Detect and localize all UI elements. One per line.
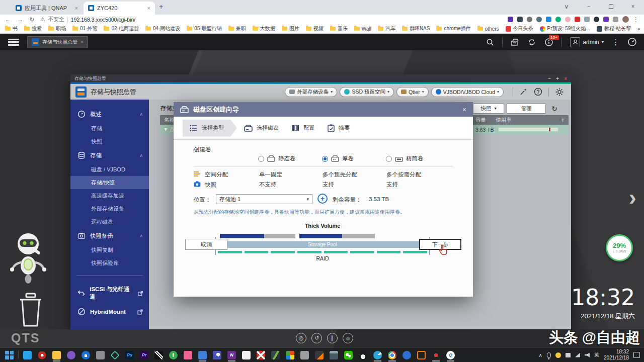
bookmark-item[interactable]: 04-网站建设 (145, 25, 180, 32)
tray-volume-icon[interactable] (585, 353, 590, 357)
extension-icon-7[interactable] (565, 17, 571, 22)
refresh-icon[interactable]: ↻ (551, 105, 557, 113)
taskbar-diamond-app-icon[interactable] (108, 348, 122, 362)
taskbar-move-tool-icon[interactable] (239, 348, 254, 362)
extension-icon-6[interactable] (555, 17, 561, 22)
browser-menu-chevron-icon[interactable]: ∨ (555, 3, 578, 10)
background-tasks-icon[interactable] (511, 38, 519, 46)
column-name[interactable]: 名称 (164, 117, 175, 124)
resource-monitor-gauge-icon[interactable] (627, 37, 637, 47)
vjbod-button[interactable]: VJBOD/VJBOD Cloud▾ (431, 87, 504, 97)
extension-icon-8[interactable] (575, 17, 580, 22)
more-options-kebab-icon[interactable]: ⋮ (612, 38, 619, 46)
taskbar-idm-icon[interactable] (166, 348, 181, 362)
dialog-close-icon[interactable]: × (462, 106, 466, 114)
bookmark-item[interactable]: 教程·站长帮 (597, 25, 631, 32)
dock-share-icon[interactable]: ◎ (296, 333, 306, 343)
chevron-up-icon[interactable]: ∧ (139, 233, 143, 238)
qtier-button[interactable]: Qtier▾ (396, 87, 429, 97)
taskbar-orange-outline-app-icon[interactable] (414, 348, 429, 362)
radio-selected-icon[interactable] (322, 156, 328, 162)
browser-tab-qnap[interactable]: 应用工具 | QNAP × (11, 2, 83, 15)
tray-expand-icon[interactable]: ∧ (539, 352, 542, 358)
desktop-next-page-arrow[interactable]: › (629, 185, 636, 210)
browser-close-button[interactable]: × (622, 3, 644, 10)
extension-icon-10[interactable] (594, 17, 599, 22)
taskbar-capcut-icon[interactable] (151, 348, 166, 362)
taskbar-audio-icon[interactable] (93, 348, 108, 362)
microphone-icon[interactable] (547, 352, 551, 358)
bookmark-item[interactable]: 职场 (48, 25, 66, 32)
bookmark-item[interactable]: 图片 (282, 25, 299, 32)
taskbar-qq-icon[interactable] (356, 348, 370, 362)
column-capacity[interactable]: 容量 (475, 117, 486, 124)
taskbar-wechat-icon[interactable] (341, 348, 356, 362)
bookmark-item[interactable]: 搜索 (24, 25, 42, 32)
task-tab-storage-snapshots[interactable]: 存储与快照总管 × (27, 36, 88, 48)
external-storage-button[interactable]: 外部存储设备▾ (285, 87, 337, 97)
new-tab-button[interactable]: + (159, 3, 163, 11)
sidebar-item-external-storage[interactable]: 外部存储设备 (70, 202, 149, 215)
chevron-up-icon[interactable]: ∧ (139, 153, 143, 158)
sidebar-item-overview-snapshot[interactable]: 快照 (70, 135, 149, 148)
bookmark-item[interactable]: 视频 (306, 25, 324, 32)
user-menu[interactable]: admin ▾ (570, 37, 604, 47)
sidebar-item-snapshot-replica[interactable]: 快照复制 (70, 243, 149, 256)
forward-icon[interactable]: → (17, 16, 23, 23)
reload-icon[interactable]: ↻ (29, 16, 34, 23)
add-column-icon[interactable]: + (561, 117, 565, 124)
dock-support-icon[interactable]: ☺ (343, 333, 353, 343)
taskbar-assistant-icon[interactable] (64, 348, 78, 362)
bookmark-item[interactable]: 汽车 (378, 25, 395, 32)
taskbar-red-x-app-icon[interactable] (254, 348, 268, 362)
sidebar-section-storage[interactable]: 存储 ∧ (70, 148, 149, 163)
address-bar[interactable]: ⚠ 不安全 | 192.168.3.xxx:5000/cgi-bin/ (40, 16, 135, 23)
tray-yellow-app-icon[interactable] (555, 352, 561, 358)
option-static-volume[interactable]: 静态卷 (258, 155, 296, 162)
taskbar-blue-app-icon[interactable] (399, 348, 414, 362)
bookmark-item[interactable]: 05-联盟行销 (187, 25, 221, 32)
taskbar-obs-icon[interactable] (429, 348, 443, 362)
taskbar-telegram-icon[interactable] (370, 348, 385, 362)
taskbar-premiere-icon[interactable]: Pr (137, 348, 151, 362)
taskbar-pink-app-icon[interactable] (181, 348, 195, 362)
manage-button[interactable]: 管理 (507, 104, 546, 114)
taskbar-dark-orange-app-icon[interactable] (312, 348, 327, 362)
browser-tab-zyc420[interactable]: ZYC420 × (84, 2, 155, 15)
bookmarks-overflow-icon[interactable]: » (637, 26, 640, 32)
browser-profile-avatar[interactable] (622, 16, 629, 23)
sidebar-item-snapshot-vault[interactable]: 快照保险库 (70, 256, 149, 269)
radio-unselected-icon[interactable] (386, 156, 392, 162)
sidebar-item-cache-acceleration[interactable]: 高速缓存加速 (70, 189, 149, 202)
bookmark-item[interactable]: 兼职 (228, 25, 246, 32)
taskbar-teams-icon[interactable] (210, 348, 224, 362)
sidebar-section-snapshot-backup[interactable]: 快照备份 ∧ (70, 228, 149, 243)
taskbar-calculator-icon[interactable] (327, 348, 341, 362)
location-select[interactable]: 存储池 1 ▾ (216, 194, 312, 204)
taskbar-photoshop-icon[interactable]: Ps (122, 348, 137, 362)
tray-clock[interactable]: 18:32 2021/12/18 (604, 349, 629, 361)
sidebar-section-overview[interactable]: 概述 ∧ (70, 107, 149, 122)
taskbar-chrome-icon[interactable] (385, 348, 399, 362)
bookmark-item[interactable]: 今日头条 (506, 25, 533, 32)
bookmark-item[interactable]: Pr预设: 59组火焰... (540, 25, 590, 32)
bookmark-item[interactable]: chrome插件 (436, 25, 470, 32)
taskbar-gray-app-icon[interactable] (297, 348, 312, 362)
extension-icon-2[interactable] (517, 17, 523, 22)
back-icon[interactable]: ← (5, 16, 11, 23)
bookmark-item[interactable]: 群晖NAS (402, 25, 430, 32)
option-thick-volume[interactable]: 厚卷 (322, 155, 354, 162)
bookmark-item[interactable]: 01-外贸 (72, 25, 97, 32)
taskbar-quicker-icon[interactable]: Q (443, 348, 458, 362)
sidebar-item-disks-vjbod[interactable]: 磁盘 / VJBOD (70, 163, 149, 176)
option-thin-volume[interactable]: 精简卷 (386, 155, 424, 162)
bookmark-item[interactable]: 书 (5, 25, 18, 32)
column-usage[interactable]: 使用率 (496, 117, 512, 124)
search-icon[interactable] (486, 38, 494, 46)
puzzle-extensions-icon[interactable] (613, 17, 618, 22)
browser-minimize-button[interactable]: − (578, 3, 600, 10)
sidebar-item-hybridmount[interactable]: HybridMount (70, 304, 149, 319)
extension-icon-9[interactable] (584, 17, 590, 22)
window-titlebar[interactable]: 存储与快照总管 − + × (70, 74, 571, 82)
main-menu-hamburger-icon[interactable] (8, 39, 19, 46)
